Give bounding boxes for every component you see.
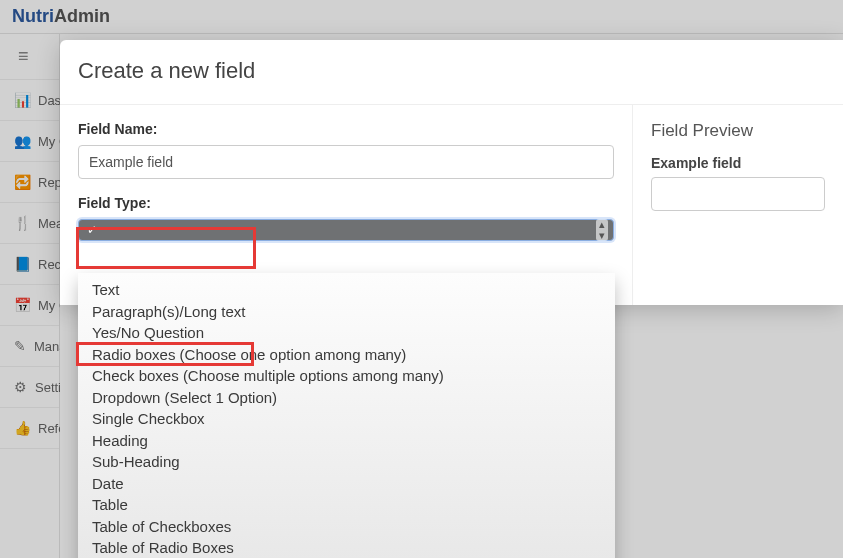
- dropdown-option-table-checkboxes[interactable]: Table of Checkboxes: [78, 516, 615, 538]
- dropdown-option-table[interactable]: Table: [78, 494, 615, 516]
- field-type-label: Field Type:: [78, 195, 614, 211]
- field-preview-panel: Field Preview Example field: [633, 105, 843, 305]
- preview-field-input: [651, 177, 825, 211]
- modal-form: Field Name: Field Type: ✓ ▴▾ Text Paragr…: [60, 105, 633, 305]
- dropdown-option-yesno[interactable]: Yes/No Question: [78, 322, 615, 344]
- preview-title: Field Preview: [651, 121, 825, 141]
- select-arrows-icon: ▴▾: [596, 219, 608, 241]
- check-icon: ✓: [87, 223, 97, 237]
- field-type-dropdown: Text Paragraph(s)/Long text Yes/No Quest…: [78, 273, 615, 558]
- dropdown-option-radio[interactable]: Radio boxes (Choose one option among man…: [78, 344, 615, 366]
- modal-title: Create a new field: [60, 40, 843, 105]
- dropdown-option-table-radio[interactable]: Table of Radio Boxes: [78, 537, 615, 558]
- field-name-input[interactable]: [78, 145, 614, 179]
- preview-field-label: Example field: [651, 155, 825, 171]
- dropdown-option-date[interactable]: Date: [78, 473, 615, 495]
- dropdown-option-heading[interactable]: Heading: [78, 430, 615, 452]
- dropdown-option-checkboxes[interactable]: Check boxes (Choose multiple options amo…: [78, 365, 615, 387]
- create-field-modal: Create a new field Field Name: Field Typ…: [60, 40, 843, 305]
- dropdown-option-subheading[interactable]: Sub-Heading: [78, 451, 615, 473]
- dropdown-option-paragraph[interactable]: Paragraph(s)/Long text: [78, 301, 615, 323]
- field-type-select[interactable]: ✓ ▴▾: [78, 219, 614, 241]
- dropdown-option-dropdown[interactable]: Dropdown (Select 1 Option): [78, 387, 615, 409]
- dropdown-option-single-checkbox[interactable]: Single Checkbox: [78, 408, 615, 430]
- dropdown-option-text[interactable]: Text: [78, 279, 615, 301]
- field-name-label: Field Name:: [78, 121, 614, 137]
